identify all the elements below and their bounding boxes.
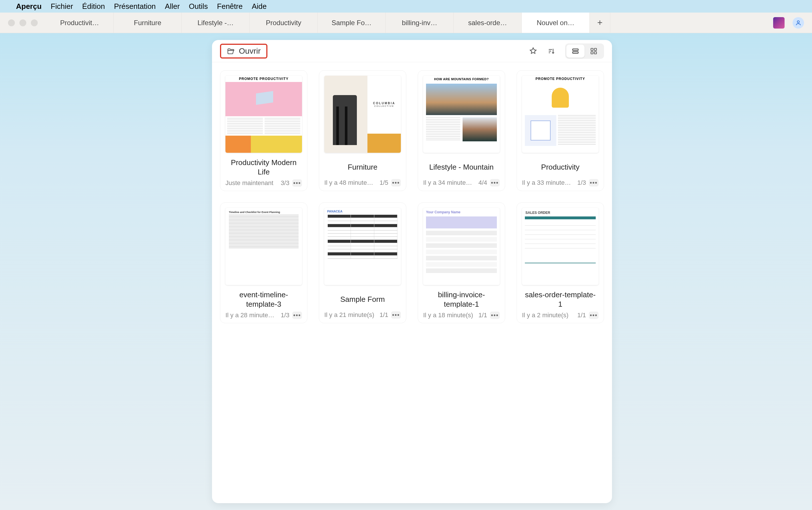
sort-icon xyxy=(547,47,555,55)
document-time: Il y a 33 minute… xyxy=(522,179,574,186)
tab-5[interactable]: billing-inv… xyxy=(386,12,454,33)
document-card[interactable]: Your Company Name billing-invoice-templa… xyxy=(418,203,505,323)
svg-rect-4 xyxy=(594,48,597,51)
menu-go[interactable]: Aller xyxy=(165,2,180,11)
tab-3[interactable]: Productivity xyxy=(250,12,318,33)
window-tabstrip: Productivit… Furniture Lifestyle -… Prod… xyxy=(0,12,812,33)
tab-6[interactable]: sales-orde… xyxy=(454,12,522,33)
document-title: Productivity Modern Life xyxy=(226,158,302,177)
menu-help[interactable]: Aide xyxy=(252,2,267,11)
thumb-banner: SALES ORDER xyxy=(522,208,599,215)
document-pages: 1/3 xyxy=(281,311,289,319)
document-more-button[interactable]: ••• xyxy=(589,311,599,319)
panel-toolbar-actions xyxy=(525,43,604,59)
pin-icon xyxy=(529,47,537,55)
document-meta: Juste maintenant 3/3 ••• xyxy=(226,179,302,187)
document-card[interactable]: HOW ARE MOUNTAINS FORMED? Lifestyle - Mo… xyxy=(418,70,505,191)
document-title: Furniture xyxy=(324,158,401,176)
document-time: Juste maintenant xyxy=(226,179,278,187)
document-thumbnail: PROMOTE PRODUCTIVITY xyxy=(226,76,302,153)
document-thumbnail: Your Company Name xyxy=(423,208,500,285)
document-more-button[interactable]: ••• xyxy=(391,179,401,186)
open-button[interactable]: Ouvrir xyxy=(220,44,267,59)
document-more-button[interactable]: ••• xyxy=(292,311,302,319)
document-pages: 1/3 xyxy=(577,179,586,186)
document-more-button[interactable]: ••• xyxy=(490,179,500,186)
document-meta: Il y a 28 minute… 1/3 ••• xyxy=(226,311,302,319)
thumb-banner: PANACEA xyxy=(324,208,401,215)
recent-documents-panel: Ouvrir xyxy=(212,40,612,503)
document-time: Il y a 21 minute(s) xyxy=(324,311,377,319)
document-title: Productivity xyxy=(522,158,599,176)
sort-button[interactable] xyxy=(544,44,559,58)
view-list-button[interactable] xyxy=(566,44,585,58)
document-meta: Il y a 2 minute(s) 1/1 ••• xyxy=(522,311,599,319)
document-thumbnail: PROMOTE PRODUCTIVITY xyxy=(522,76,599,153)
window-traffic-lights xyxy=(0,12,46,33)
document-meta: Il y a 48 minute… 1/5 ••• xyxy=(324,179,401,186)
svg-rect-2 xyxy=(573,52,578,53)
document-title: billing-invoice-template-1 xyxy=(423,290,500,309)
thumb-banner: PROMOTE PRODUCTIVITY xyxy=(226,76,302,82)
tabs: Productivit… Furniture Lifestyle -… Prod… xyxy=(46,12,590,33)
thumb-banner: HOW ARE MOUNTAINS FORMED? xyxy=(423,76,500,84)
document-time: Il y a 28 minute… xyxy=(226,311,278,319)
document-more-button[interactable]: ••• xyxy=(391,311,401,319)
app-extension-icon[interactable] xyxy=(773,17,785,29)
tab-2[interactable]: Lifestyle -… xyxy=(182,12,250,33)
user-avatar[interactable] xyxy=(792,17,804,29)
document-pages: 4/4 xyxy=(478,179,487,186)
document-card[interactable]: COLUMBIACOLLECTIVE Furniture Il y a 48 m… xyxy=(319,70,406,191)
thumb-banner: Your Company Name xyxy=(423,208,500,216)
list-view-icon xyxy=(571,48,580,55)
pin-button[interactable] xyxy=(525,44,541,58)
thumb-banner: PROMOTE PRODUCTIVITY xyxy=(522,76,599,82)
document-pages: 1/1 xyxy=(379,311,388,319)
document-pages: 1/1 xyxy=(577,311,586,319)
folder-open-icon xyxy=(227,47,235,55)
document-card[interactable]: SALES ORDER sales-order-template-1 Il y … xyxy=(517,203,604,323)
view-toggle xyxy=(565,43,604,59)
tab-1[interactable]: Furniture xyxy=(114,12,182,33)
document-meta: Il y a 34 minute… 4/4 ••• xyxy=(423,179,500,186)
document-title: Sample Form xyxy=(324,290,401,308)
document-thumbnail: SALES ORDER xyxy=(522,208,599,285)
document-title: sales-order-template-1 xyxy=(522,290,599,309)
zoom-window-button[interactable] xyxy=(31,20,38,26)
document-meta: Il y a 33 minute… 1/3 ••• xyxy=(522,179,599,186)
document-more-button[interactable]: ••• xyxy=(589,179,599,186)
document-card[interactable]: PANACEA xyxy=(319,203,406,323)
menu-tools[interactable]: Outils xyxy=(189,2,208,11)
document-time: Il y a 34 minute… xyxy=(423,179,475,186)
app-menu[interactable]: Aperçu xyxy=(16,2,42,11)
panel-toolbar: Ouvrir xyxy=(212,40,612,62)
menu-presentation[interactable]: Présentation xyxy=(114,2,156,11)
thumb-banner: COLUMBIA xyxy=(373,102,396,105)
document-pages: 1/1 xyxy=(478,311,487,319)
document-more-button[interactable]: ••• xyxy=(490,311,500,319)
menu-edit[interactable]: Édition xyxy=(82,2,105,11)
document-time: Il y a 48 minute… xyxy=(324,179,377,186)
mac-menubar: Aperçu Fichier Édition Présentation Alle… xyxy=(0,0,812,12)
grid-view-icon xyxy=(589,48,598,55)
menu-window[interactable]: Fenêtre xyxy=(217,2,243,11)
document-card[interactable]: PROMOTE PRODUCTIVITY Productivity Modern… xyxy=(220,70,308,191)
document-more-button[interactable]: ••• xyxy=(292,179,302,187)
document-card[interactable]: PROMOTE PRODUCTIVITY Productivity Il y a… xyxy=(517,70,604,191)
minimize-window-button[interactable] xyxy=(20,20,26,26)
tab-4[interactable]: Sample Fo… xyxy=(318,12,386,33)
tab-7[interactable]: Nouvel on… xyxy=(522,12,590,33)
document-card[interactable]: Timeline and Checklist for Event Plannin… xyxy=(220,203,308,323)
close-window-button[interactable] xyxy=(8,20,15,26)
new-tab-button[interactable]: + xyxy=(590,12,610,33)
document-title: event-timeline-template-3 xyxy=(226,290,302,309)
view-grid-button[interactable] xyxy=(585,44,603,58)
documents-grid: PROMOTE PRODUCTIVITY Productivity Modern… xyxy=(212,62,612,331)
document-time: Il y a 18 minute(s) xyxy=(423,311,475,319)
svg-rect-3 xyxy=(591,48,593,51)
tab-0[interactable]: Productivit… xyxy=(46,12,114,33)
menu-file[interactable]: Fichier xyxy=(51,2,73,11)
document-pages: 3/3 xyxy=(281,179,289,187)
document-thumbnail: PANACEA xyxy=(324,208,401,285)
svg-rect-6 xyxy=(594,52,597,54)
